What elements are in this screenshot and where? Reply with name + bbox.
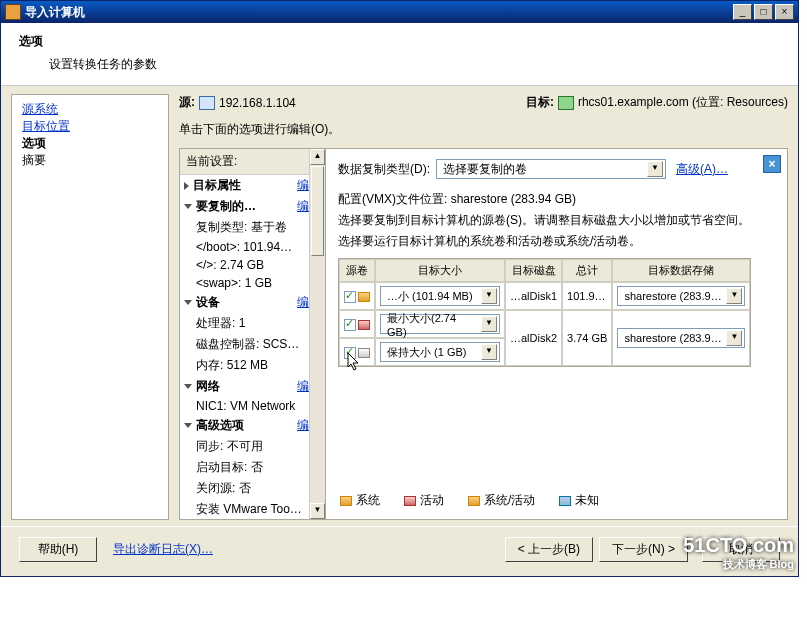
advanced-link[interactable]: 高级(A)…: [676, 161, 728, 178]
group-header[interactable]: 高级选项编辑: [180, 415, 325, 436]
source-ip: 192.168.1.104: [219, 96, 296, 110]
computer-icon: [199, 96, 215, 110]
group-header[interactable]: 网络编辑: [180, 376, 325, 397]
chevron-right-icon: [184, 182, 189, 190]
scroll-thumb[interactable]: [311, 166, 324, 256]
page-title: 选项: [19, 33, 780, 50]
step-options: 选项: [22, 135, 158, 152]
detail-panel: × 数据复制类型(D): 选择要复制的卷 ▼ 高级(A)… 配置(VMX)文件位…: [326, 149, 787, 519]
legend-unknown-icon: [559, 496, 571, 506]
group-header[interactable]: 要复制的…编辑: [180, 196, 325, 217]
datastore-select[interactable]: sharestore (283.9…▼: [617, 286, 745, 306]
help-button[interactable]: 帮助(H): [19, 537, 97, 562]
copy-type-select[interactable]: 选择要复制的卷 ▼: [436, 159, 666, 179]
setting-item: 处理器: 1: [180, 313, 325, 334]
export-logs-link[interactable]: 导出诊断日志(X)…: [113, 541, 213, 558]
settings-header: 当前设置:: [180, 149, 325, 175]
help-text-1: 选择要复制到目标计算机的源卷(S)。请调整目标磁盘大小以增加或节省空间。: [338, 212, 775, 229]
cancel-button[interactable]: 取消: [702, 537, 780, 562]
group-header[interactable]: 设备编辑: [180, 292, 325, 313]
target-value: rhcs01.example.com (位置: Resources): [578, 94, 788, 111]
disk-icon: [358, 292, 370, 302]
setting-item: 同步: 不可用: [180, 436, 325, 457]
host-icon: [558, 96, 574, 110]
group-name: 网络: [196, 378, 293, 395]
panel-close-button[interactable]: ×: [763, 155, 781, 173]
source-target-row: 源: 192.168.1.104 目标: rhcs01.example.com …: [179, 94, 788, 111]
legend-active-icon: [404, 496, 416, 506]
page-subtitle: 设置转换任务的参数: [19, 56, 780, 73]
setting-item: NIC1: VM Network: [180, 397, 325, 415]
next-button[interactable]: 下一步(N) >: [599, 537, 688, 562]
chevron-down-icon: [184, 423, 192, 428]
total-cell: 3.74 GB: [562, 310, 612, 366]
chevron-down-icon: [184, 384, 192, 389]
table-row: …小 (101.94 MB)▼ …alDisk1 101.9… sharesto…: [339, 282, 750, 310]
settings-panel: 当前设置: 目标属性编辑要复制的…编辑复制类型: 基于卷</boot>: 101…: [180, 149, 326, 519]
volume-checkbox[interactable]: [344, 291, 356, 303]
step-source[interactable]: 源系统: [22, 101, 158, 118]
chevron-down-icon: [184, 204, 192, 209]
group-name: 要复制的…: [196, 198, 293, 215]
minimize-button[interactable]: _: [733, 4, 752, 20]
settings-scrollbar[interactable]: ▲ ▼: [309, 149, 325, 519]
disk-icon: [358, 320, 370, 330]
disk-icon: [358, 348, 370, 358]
wizard-steps: 源系统 目标位置 选项 摘要: [11, 94, 169, 520]
col-datastore: 目标数据存储: [612, 259, 750, 282]
source-label: 源:: [179, 94, 195, 111]
group-name: 目标属性: [193, 177, 293, 194]
target-label: 目标:: [526, 94, 554, 111]
group-name: 设备: [196, 294, 293, 311]
setting-item: 安装 VMware Too…: [180, 499, 325, 519]
setting-item: 关闭源: 否: [180, 478, 325, 499]
datastore-select[interactable]: sharestore (283.9…▼: [617, 328, 745, 348]
back-button[interactable]: < 上一步(B): [505, 537, 593, 562]
scroll-up-button[interactable]: ▲: [310, 149, 325, 165]
setting-item: </>: 2.74 GB: [180, 256, 325, 274]
app-icon: [5, 4, 21, 20]
copy-type-label: 数据复制类型(D):: [338, 161, 430, 178]
legend: 系统 活动 系统/活动 未知: [338, 492, 775, 509]
close-button[interactable]: ×: [775, 4, 794, 20]
scroll-down-button[interactable]: ▼: [310, 503, 325, 519]
setting-item: <swap>: 1 GB: [180, 274, 325, 292]
chevron-down-icon: ▼: [647, 161, 663, 177]
legend-sysact-icon: [468, 496, 480, 506]
volume-checkbox[interactable]: [344, 347, 356, 359]
setting-item: 启动目标: 否: [180, 457, 325, 478]
group-header[interactable]: 目标属性编辑: [180, 175, 325, 196]
size-select[interactable]: 最小大小(2.74 GB)▼: [380, 314, 500, 334]
target-disk-cell: …alDisk2: [505, 310, 562, 366]
step-destination[interactable]: 目标位置: [22, 118, 158, 135]
maximize-button[interactable]: □: [754, 4, 773, 20]
target-disk-cell: …alDisk1: [505, 282, 562, 310]
step-summary: 摘要: [22, 152, 158, 169]
help-text-2: 选择要运行目标计算机的系统卷和活动卷或系统/活动卷。: [338, 233, 775, 250]
setting-item: 磁盘控制器: SCS…: [180, 334, 325, 355]
col-target-disk: 目标磁盘: [505, 259, 562, 282]
col-total: 总计: [562, 259, 612, 282]
setting-item: 内存: 512 MB: [180, 355, 325, 376]
size-select[interactable]: 保持大小 (1 GB)▼: [380, 342, 500, 362]
wizard-header: 选项 设置转换任务的参数: [1, 23, 798, 86]
size-select[interactable]: …小 (101.94 MB)▼: [380, 286, 500, 306]
setting-item: 复制类型: 基于卷: [180, 217, 325, 238]
chevron-down-icon: [184, 300, 192, 305]
config-location: 配置(VMX)文件位置: sharestore (283.94 GB): [338, 191, 775, 208]
window-title: 导入计算机: [25, 4, 731, 21]
legend-system-icon: [340, 496, 352, 506]
table-row: 最小大小(2.74 GB)▼ …alDisk2 3.74 GB sharesto…: [339, 310, 750, 338]
col-source-vol: 源卷: [339, 259, 375, 282]
col-target-size: 目标大小: [375, 259, 505, 282]
volume-checkbox[interactable]: [344, 319, 356, 331]
wizard-footer: 帮助(H) 导出诊断日志(X)… < 上一步(B) 下一步(N) > 取消: [1, 526, 798, 576]
volumes-table: 源卷 目标大小 目标磁盘 总计 目标数据存储 …小 (101.94 MB)▼ ……: [338, 258, 751, 367]
setting-item: </boot>: 101.94…: [180, 238, 325, 256]
instruction-text: 单击下面的选项进行编辑(O)。: [179, 121, 788, 138]
group-name: 高级选项: [196, 417, 293, 434]
titlebar: 导入计算机 _ □ ×: [1, 1, 798, 23]
total-cell: 101.9…: [562, 282, 612, 310]
